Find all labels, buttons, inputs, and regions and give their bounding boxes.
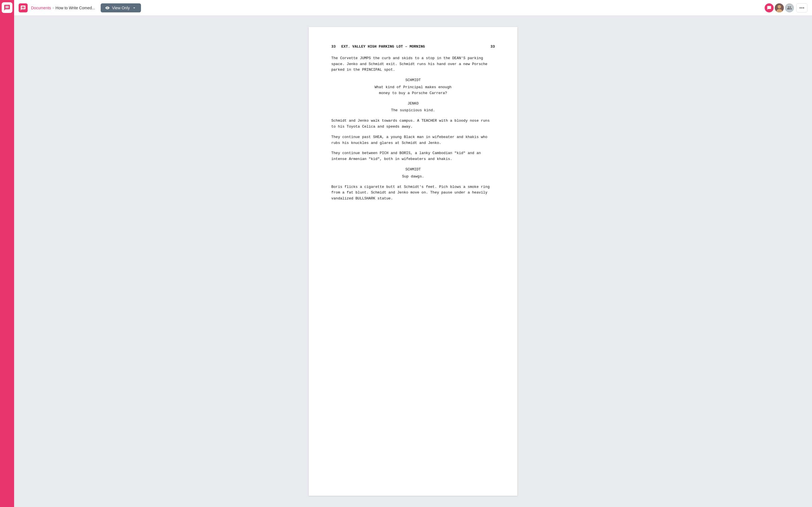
scene-number-left: 33 bbox=[331, 44, 336, 50]
more-options-button[interactable] bbox=[796, 3, 808, 12]
character-name-3: SCHMIDT bbox=[331, 167, 495, 173]
scene-title: EXT. VALLEY HIGH PARKING LOT – MORNING bbox=[336, 44, 491, 50]
character-name-2: JENKO bbox=[331, 101, 495, 107]
header: Documents › How to Write Comed... View O… bbox=[14, 0, 812, 16]
document-page: 33 EXT. VALLEY HIGH PARKING LOT – MORNIN… bbox=[309, 27, 517, 496]
breadcrumb: Documents › How to Write Comed... bbox=[31, 6, 95, 10]
breadcrumb-documents-link[interactable]: Documents bbox=[31, 6, 51, 10]
view-only-button[interactable]: View Only bbox=[101, 3, 141, 12]
users-icon[interactable] bbox=[785, 3, 794, 12]
scene-heading: 33 EXT. VALLEY HIGH PARKING LOT – MORNIN… bbox=[331, 44, 495, 50]
action-text-1: The Corvette JUMPS the curb and skids to… bbox=[331, 56, 488, 72]
action-block-4: They continue between PICH and BORIS, a … bbox=[331, 151, 495, 162]
character-name-1: SCHMIDT bbox=[331, 77, 495, 83]
comment-icon-button[interactable] bbox=[765, 3, 774, 12]
document-icon bbox=[18, 3, 28, 12]
avatar-group bbox=[765, 3, 794, 12]
dialogue-block-1: What kind of Principal makes enoughmoney… bbox=[331, 84, 495, 96]
action-block-1: The Corvette JUMPS the curb and skids to… bbox=[331, 55, 495, 73]
action-block-2: Schmidt and Jenko walk towards campus. A… bbox=[331, 118, 495, 130]
sidebar bbox=[0, 0, 14, 507]
user-avatar[interactable] bbox=[775, 3, 784, 12]
dot2 bbox=[801, 7, 802, 8]
header-actions bbox=[765, 3, 808, 12]
view-only-label: View Only bbox=[112, 6, 130, 10]
breadcrumb-document-title: How to Write Comed... bbox=[56, 6, 95, 10]
dot1 bbox=[800, 7, 801, 8]
content-area: 33 EXT. VALLEY HIGH PARKING LOT – MORNIN… bbox=[14, 16, 812, 507]
document-wrapper[interactable]: 33 EXT. VALLEY HIGH PARKING LOT – MORNIN… bbox=[14, 16, 812, 507]
scene-number-right: 33 bbox=[490, 44, 495, 50]
breadcrumb-separator: › bbox=[53, 6, 54, 10]
action-block-5: Boris flicks a cigarette butt at Schmidt… bbox=[331, 184, 495, 202]
script-content: 33 EXT. VALLEY HIGH PARKING LOT – MORNIN… bbox=[331, 44, 495, 202]
dot3 bbox=[803, 7, 804, 8]
dialogue-block-3: Sup dawgs. bbox=[331, 174, 495, 180]
app-logo[interactable] bbox=[2, 2, 12, 13]
dialogue-block-2: The suspicious kind. bbox=[331, 108, 495, 114]
action-block-3: They continue past SHEA, a young Black m… bbox=[331, 134, 495, 146]
main-area: Documents › How to Write Comed... View O… bbox=[14, 0, 812, 507]
svg-point-1 bbox=[777, 5, 781, 8]
